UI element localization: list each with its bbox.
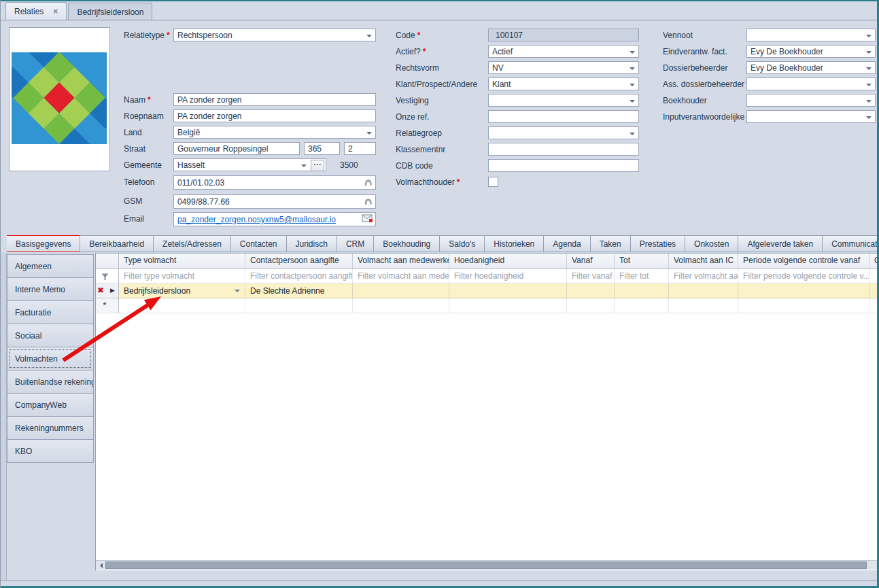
sidebar-item[interactable]: Rekeningnummers bbox=[7, 416, 94, 440]
section-tab[interactable]: Historieken bbox=[484, 235, 544, 252]
grid-cell[interactable] bbox=[615, 283, 669, 298]
sidebar-item[interactable]: Algemeen bbox=[7, 254, 94, 278]
filter-cell[interactable]: Filter hoedanigheid bbox=[449, 269, 567, 283]
grid-cell[interactable] bbox=[738, 283, 869, 298]
section-tab[interactable]: Basisgegevens bbox=[7, 235, 80, 252]
section-tab[interactable]: Agenda bbox=[543, 235, 590, 252]
postcode-value: 3500 bbox=[340, 160, 358, 170]
email-link[interactable]: pa_zonder_zorgen.nosyxnw5@mailosaur.io bbox=[177, 215, 373, 224]
section-tab[interactable]: Boekhouding bbox=[373, 235, 440, 252]
filter-cell[interactable]: Filter vanaf bbox=[567, 269, 615, 283]
filter-cell[interactable]: Filter periode volgende controle v... bbox=[738, 269, 869, 283]
onze-ref-field[interactable] bbox=[488, 110, 639, 123]
vennoot-select[interactable] bbox=[746, 29, 876, 41]
inputverantwoordelijke-select[interactable] bbox=[746, 110, 876, 123]
grid-cell[interactable] bbox=[567, 283, 615, 298]
dossierbeheerder-select[interactable]: Evy De Boekhouder bbox=[746, 61, 876, 74]
cdb-code-field[interactable] bbox=[488, 159, 639, 172]
eindverantw-select[interactable]: Evy De Boekhouder bbox=[746, 45, 876, 58]
boekhouder-select[interactable] bbox=[746, 94, 876, 107]
scroll-left-button[interactable] bbox=[96, 561, 105, 570]
section-tab[interactable]: CRM bbox=[337, 235, 374, 252]
filter-cell[interactable]: Filter volmacht aan mede... bbox=[353, 269, 449, 283]
section-tab[interactable]: Zetels/Adressen bbox=[153, 235, 231, 252]
gsm-field[interactable]: 0499/88.77.66 bbox=[173, 194, 376, 209]
section-tab[interactable]: Prestaties bbox=[630, 235, 685, 252]
document-tab-relaties[interactable]: Relaties × bbox=[5, 2, 67, 20]
grid-cell[interactable] bbox=[669, 283, 738, 298]
chevron-down-icon bbox=[866, 35, 872, 40]
grid-cell-empty[interactable] bbox=[449, 298, 567, 313]
section-tab[interactable]: Taken bbox=[590, 235, 631, 252]
horizontal-scrollbar[interactable] bbox=[96, 560, 877, 570]
sidebar-item[interactable]: CompanyWeb bbox=[7, 393, 94, 417]
section-tab[interactable]: Saldo's bbox=[439, 235, 485, 252]
relatiegroep-select[interactable] bbox=[488, 126, 639, 139]
grid-cell-empty[interactable] bbox=[738, 298, 869, 313]
relatietype-select[interactable]: Rechtspersoon bbox=[173, 29, 376, 41]
gemeente-select[interactable]: Hasselt ··· bbox=[173, 158, 326, 171]
vestiging-select[interactable] bbox=[488, 94, 639, 107]
section-tab[interactable]: Contacten bbox=[230, 235, 287, 252]
column-header[interactable]: Tot bbox=[615, 254, 669, 269]
column-header[interactable]: Contactpersoon aangifte bbox=[245, 254, 353, 269]
section-tab[interactable]: Bereikbaarheid bbox=[80, 235, 154, 252]
rechtsvorm-select[interactable]: NV bbox=[488, 61, 639, 74]
column-header[interactable]: Volmacht aan IC bbox=[669, 254, 738, 269]
close-icon[interactable]: × bbox=[53, 7, 58, 16]
filter-cell[interactable]: Filter tot bbox=[615, 269, 669, 283]
grid-cell[interactable]: De Slechte Adrienne bbox=[245, 283, 353, 298]
dossierbeheerder-label: Dossierbeheerder bbox=[663, 63, 727, 74]
grid-cell-empty[interactable] bbox=[669, 298, 738, 313]
ellipsis-lookup-button[interactable]: ··· bbox=[311, 160, 324, 171]
huisnummer-field[interactable]: 365 bbox=[304, 142, 340, 155]
filter-cell[interactable]: Filter contactpersoon aangifte bbox=[245, 269, 353, 283]
grid-cell-empty[interactable] bbox=[615, 298, 669, 313]
sidebar-item[interactable]: Buitenlandse rekening bbox=[7, 370, 94, 394]
column-header[interactable]: Volmacht aan medewerker bbox=[353, 254, 449, 269]
section-tab[interactable]: Afgeleverde taken bbox=[738, 235, 823, 252]
phone-icon[interactable] bbox=[363, 177, 373, 190]
grid-cell[interactable]: Bedrijfsleidersloon bbox=[119, 283, 245, 298]
sidebar-item[interactable]: KBO bbox=[7, 439, 94, 463]
filter-cell[interactable]: Filter type volmacht bbox=[119, 269, 245, 283]
filter-row-indicator bbox=[96, 269, 119, 283]
klant-prospect-select[interactable]: Klant bbox=[488, 77, 639, 90]
send-mail-icon[interactable] bbox=[362, 214, 373, 225]
column-header[interactable]: Periode volgende controle vanaf bbox=[738, 254, 869, 269]
sidebar-item[interactable]: Interne Memo bbox=[7, 277, 94, 301]
email-field[interactable]: pa_zonder_zorgen.nosyxnw5@mailosaur.io bbox=[173, 212, 376, 226]
sidebar-item[interactable]: Sociaal bbox=[7, 324, 94, 347]
ass-dossierbeheerder-select[interactable] bbox=[746, 77, 876, 90]
telefoon-field[interactable]: 011/01.02.03 bbox=[173, 175, 376, 190]
vestiging-label: Vestiging bbox=[396, 96, 429, 107]
land-select[interactable]: België bbox=[173, 126, 376, 139]
grid-cell[interactable] bbox=[353, 283, 449, 298]
section-tab[interactable]: Juridisch bbox=[286, 235, 337, 252]
filter-cell[interactable]: Filter volmacht aa... bbox=[669, 269, 738, 283]
sidebar-item[interactable]: Volmachten bbox=[7, 347, 94, 370]
actief-select[interactable]: Actief bbox=[488, 45, 639, 58]
grid-cell[interactable] bbox=[449, 283, 567, 298]
bus-field[interactable]: 2 bbox=[344, 142, 376, 155]
grid-cell-empty[interactable] bbox=[119, 298, 245, 313]
column-header[interactable]: Hoedanigheid bbox=[449, 254, 567, 269]
scrollbar-thumb[interactable] bbox=[105, 561, 867, 569]
roepnaam-field[interactable]: PA zonder zorgen bbox=[173, 109, 376, 122]
section-tab[interactable]: Communicator bbox=[822, 235, 877, 252]
grid-cell-empty[interactable] bbox=[567, 298, 615, 313]
section-tab[interactable]: Onkosten bbox=[685, 235, 738, 252]
document-tab-bedrijfsleidersloon[interactable]: Bedrijfsleidersloon bbox=[68, 3, 152, 20]
naam-field[interactable]: PA zonder zorgen bbox=[173, 93, 376, 106]
volmachthouder-checkbox[interactable] bbox=[488, 177, 498, 187]
column-header[interactable]: Vanaf bbox=[567, 254, 615, 269]
straat-field[interactable]: Gouverneur Roppesingel bbox=[173, 142, 300, 155]
grid-data-row[interactable]: ✖ ▶ BedrijfsleidersloonDe Slechte Adrien… bbox=[96, 283, 878, 298]
phone-icon[interactable] bbox=[363, 196, 373, 209]
grid-cell-empty[interactable] bbox=[245, 298, 353, 313]
grid-new-row[interactable]: * bbox=[96, 298, 878, 313]
column-header[interactable]: Type volmacht bbox=[119, 254, 245, 269]
grid-cell-empty[interactable] bbox=[353, 298, 449, 313]
sidebar-item[interactable]: Facturatie bbox=[7, 300, 94, 324]
klassementnr-field[interactable] bbox=[488, 143, 639, 156]
